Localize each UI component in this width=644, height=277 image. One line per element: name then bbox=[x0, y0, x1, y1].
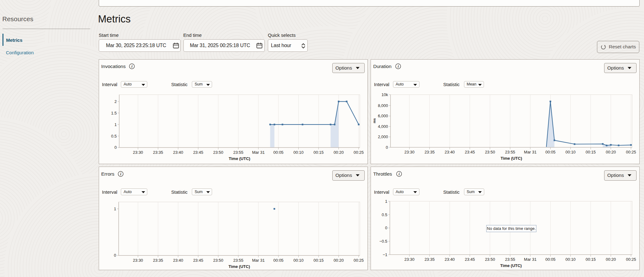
svg-text:Mar 31: Mar 31 bbox=[524, 257, 537, 262]
svg-text:00:25: 00:25 bbox=[626, 257, 636, 262]
svg-text:23:55: 23:55 bbox=[233, 258, 243, 263]
svg-text:0.5: 0.5 bbox=[382, 212, 387, 217]
svg-text:00:15: 00:15 bbox=[313, 258, 324, 263]
svg-text:Time (UTC): Time (UTC) bbox=[500, 156, 522, 161]
svg-text:Time (UTC): Time (UTC) bbox=[229, 156, 250, 161]
svg-text:00:05: 00:05 bbox=[545, 150, 556, 154]
svg-text:2,000: 2,000 bbox=[378, 134, 388, 139]
svg-text:0: 0 bbox=[386, 145, 388, 149]
svg-text:00:25: 00:25 bbox=[353, 258, 364, 263]
svg-text:00:15: 00:15 bbox=[586, 150, 596, 154]
svg-text:23:50: 23:50 bbox=[213, 150, 223, 154]
svg-text:00:25: 00:25 bbox=[626, 150, 636, 154]
svg-text:Mar 31: Mar 31 bbox=[524, 150, 537, 154]
svg-text:23:35: 23:35 bbox=[153, 150, 163, 154]
svg-text:23:40: 23:40 bbox=[173, 150, 183, 154]
svg-text:0.5: 0.5 bbox=[111, 134, 116, 138]
svg-text:23:55: 23:55 bbox=[505, 150, 515, 154]
svg-text:ms: ms bbox=[372, 118, 376, 123]
svg-text:00:20: 00:20 bbox=[606, 257, 616, 262]
svg-text:23:50: 23:50 bbox=[485, 257, 495, 262]
svg-text:00:10: 00:10 bbox=[566, 257, 576, 262]
svg-text:Time (UTC): Time (UTC) bbox=[228, 264, 250, 269]
svg-text:8,000: 8,000 bbox=[378, 103, 388, 108]
svg-text:23:45: 23:45 bbox=[193, 258, 203, 263]
svg-text:Mar 31: Mar 31 bbox=[252, 150, 264, 154]
svg-text:23:30: 23:30 bbox=[404, 150, 414, 154]
svg-text:23:40: 23:40 bbox=[173, 258, 183, 263]
svg-text:00:15: 00:15 bbox=[586, 257, 596, 262]
svg-text:0: 0 bbox=[114, 145, 116, 150]
svg-text:23:45: 23:45 bbox=[193, 150, 203, 154]
svg-text:23:50: 23:50 bbox=[485, 150, 495, 154]
svg-text:23:50: 23:50 bbox=[213, 258, 223, 263]
svg-text:00:20: 00:20 bbox=[334, 150, 344, 154]
svg-text:23:35: 23:35 bbox=[424, 257, 435, 262]
svg-text:23:35: 23:35 bbox=[424, 150, 435, 154]
svg-text:0: 0 bbox=[114, 253, 116, 258]
svg-text:1: 1 bbox=[385, 199, 387, 204]
svg-text:23:30: 23:30 bbox=[133, 258, 143, 263]
svg-text:1: 1 bbox=[114, 122, 116, 127]
svg-text:6,000: 6,000 bbox=[378, 114, 388, 118]
svg-text:00:10: 00:10 bbox=[566, 150, 576, 154]
svg-text:00:15: 00:15 bbox=[313, 150, 324, 154]
svg-text:Mar 31: Mar 31 bbox=[252, 258, 264, 263]
svg-text:Time (UTC): Time (UTC) bbox=[500, 263, 522, 268]
svg-text:1.5: 1.5 bbox=[111, 110, 116, 115]
svg-text:23:55: 23:55 bbox=[233, 150, 243, 154]
svg-text:00:10: 00:10 bbox=[293, 150, 304, 154]
svg-text:23:45: 23:45 bbox=[465, 150, 475, 154]
svg-text:10k: 10k bbox=[381, 92, 388, 97]
svg-text:00:05: 00:05 bbox=[273, 258, 283, 263]
svg-text:4,000: 4,000 bbox=[378, 124, 388, 129]
svg-text:23:40: 23:40 bbox=[445, 150, 455, 154]
svg-text:00:05: 00:05 bbox=[545, 257, 556, 262]
svg-text:23:55: 23:55 bbox=[505, 257, 515, 262]
svg-text:00:20: 00:20 bbox=[334, 258, 344, 263]
svg-text:23:30: 23:30 bbox=[133, 150, 143, 154]
svg-text:23:35: 23:35 bbox=[153, 258, 163, 263]
svg-text:−0.5: −0.5 bbox=[379, 239, 387, 244]
svg-text:−1: −1 bbox=[383, 252, 387, 257]
svg-text:00:20: 00:20 bbox=[606, 150, 616, 154]
svg-text:1: 1 bbox=[114, 207, 116, 211]
svg-text:00:10: 00:10 bbox=[293, 258, 304, 263]
svg-text:23:40: 23:40 bbox=[445, 257, 455, 262]
svg-text:0: 0 bbox=[385, 226, 387, 230]
svg-text:00:05: 00:05 bbox=[273, 150, 283, 154]
svg-text:2: 2 bbox=[114, 99, 116, 104]
svg-text:23:30: 23:30 bbox=[404, 257, 414, 262]
svg-text:00:25: 00:25 bbox=[353, 150, 364, 154]
svg-text:No data for this time range.: No data for this time range. bbox=[487, 226, 536, 231]
svg-text:23:45: 23:45 bbox=[465, 257, 475, 262]
